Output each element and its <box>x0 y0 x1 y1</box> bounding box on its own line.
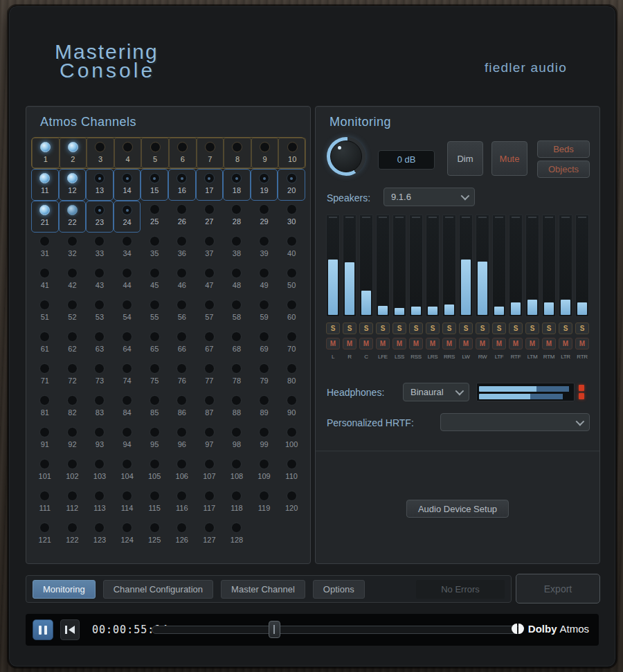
channel-20[interactable]: 20 <box>278 169 305 201</box>
channel-122[interactable]: 122 <box>59 519 87 551</box>
channel-55[interactable]: 55 <box>141 296 168 328</box>
channel-88[interactable]: 88 <box>223 392 251 424</box>
channel-107[interactable]: 107 <box>196 455 224 487</box>
mute-button-LTR[interactable]: M <box>559 338 572 349</box>
channel-1[interactable]: 1 <box>32 138 60 168</box>
channel-81[interactable]: 81 <box>31 392 59 424</box>
mute-button-C[interactable]: M <box>359 338 373 349</box>
tab-channel-configuration[interactable]: Channel Configuration <box>103 580 213 599</box>
channel-32[interactable]: 32 <box>59 233 87 264</box>
channel-18[interactable]: 18 <box>223 169 251 201</box>
mute-button-LSS[interactable]: M <box>392 338 406 349</box>
mute-button-RSS[interactable]: M <box>409 338 423 349</box>
mute-button-RTF[interactable]: M <box>509 338 523 349</box>
channel-48[interactable]: 48 <box>223 264 251 296</box>
channel-109[interactable]: 109 <box>251 455 278 487</box>
channel-94[interactable]: 94 <box>114 424 141 455</box>
channel-68[interactable]: 68 <box>223 328 251 360</box>
mute-button-LTM[interactable]: M <box>525 338 539 349</box>
solo-button-RTM[interactable]: S <box>542 323 556 334</box>
solo-button-LW[interactable]: S <box>459 323 473 334</box>
channel-102[interactable]: 102 <box>59 455 87 487</box>
channel-51[interactable]: 51 <box>31 296 59 328</box>
channel-38[interactable]: 38 <box>223 233 251 264</box>
channel-103[interactable]: 103 <box>86 455 114 487</box>
channel-100[interactable]: 100 <box>278 424 305 455</box>
channel-40[interactable]: 40 <box>278 233 305 264</box>
channel-8[interactable]: 8 <box>224 138 251 168</box>
channel-125[interactable]: 125 <box>141 519 168 551</box>
mute-button-LRS[interactable]: M <box>426 338 440 349</box>
channel-6[interactable]: 6 <box>169 138 197 168</box>
channel-78[interactable]: 78 <box>223 360 251 392</box>
channel-29[interactable]: 29 <box>251 201 278 233</box>
channel-75[interactable]: 75 <box>141 360 168 392</box>
tab-master-channel[interactable]: Master Channel <box>221 580 305 599</box>
channel-101[interactable]: 101 <box>31 455 59 487</box>
channel-104[interactable]: 104 <box>114 455 141 487</box>
solo-button-RRS[interactable]: S <box>442 323 456 334</box>
channel-117[interactable]: 117 <box>196 487 224 519</box>
tab-options[interactable]: Options <box>313 580 365 599</box>
channel-53[interactable]: 53 <box>86 296 114 328</box>
channel-115[interactable]: 115 <box>141 487 168 519</box>
channel-126[interactable]: 126 <box>168 519 196 551</box>
channel-63[interactable]: 63 <box>86 328 114 360</box>
solo-button-LFE[interactable]: S <box>376 323 390 334</box>
channel-77[interactable]: 77 <box>196 360 224 392</box>
channel-34[interactable]: 34 <box>114 233 141 264</box>
channel-7[interactable]: 7 <box>197 138 224 168</box>
objects-button[interactable]: Objects <box>537 161 590 178</box>
channel-25[interactable]: 25 <box>141 201 168 233</box>
channel-113[interactable]: 113 <box>86 487 114 519</box>
channel-123[interactable]: 123 <box>86 519 114 551</box>
channel-71[interactable]: 71 <box>31 360 59 392</box>
channel-61[interactable]: 61 <box>31 328 59 360</box>
channel-74[interactable]: 74 <box>114 360 141 392</box>
channel-95[interactable]: 95 <box>141 424 168 455</box>
channel-76[interactable]: 76 <box>168 360 196 392</box>
channel-3[interactable]: 3 <box>87 138 114 168</box>
channel-121[interactable]: 121 <box>31 519 59 551</box>
solo-button-RSS[interactable]: S <box>409 323 423 334</box>
export-button[interactable]: Export <box>516 574 600 603</box>
mute-button-RTM[interactable]: M <box>542 338 556 349</box>
skip-to-start-button[interactable] <box>60 619 80 640</box>
channel-11[interactable]: 11 <box>31 169 59 201</box>
channel-45[interactable]: 45 <box>141 264 168 296</box>
channel-57[interactable]: 57 <box>196 296 224 328</box>
channel-4[interactable]: 4 <box>114 138 142 168</box>
solo-button-RTF[interactable]: S <box>509 323 523 334</box>
mute-button-LFE[interactable]: M <box>376 338 390 349</box>
channel-119[interactable]: 119 <box>251 487 278 519</box>
solo-button-LTM[interactable]: S <box>525 323 539 334</box>
channel-96[interactable]: 96 <box>168 424 196 455</box>
tab-monitoring[interactable]: Monitoring <box>33 580 96 599</box>
solo-button-RW[interactable]: S <box>476 323 489 334</box>
channel-73[interactable]: 73 <box>86 360 114 392</box>
channel-84[interactable]: 84 <box>114 392 141 424</box>
channel-26[interactable]: 26 <box>168 201 196 233</box>
channel-65[interactable]: 65 <box>141 328 168 360</box>
solo-button-RTR[interactable]: S <box>575 323 589 334</box>
channel-33[interactable]: 33 <box>86 233 114 264</box>
channel-111[interactable]: 111 <box>31 487 59 519</box>
channel-50[interactable]: 50 <box>278 264 305 296</box>
channel-39[interactable]: 39 <box>251 233 278 264</box>
channel-82[interactable]: 82 <box>59 392 87 424</box>
solo-button-R[interactable]: S <box>343 323 356 334</box>
channel-116[interactable]: 116 <box>168 487 196 519</box>
channel-12[interactable]: 12 <box>59 169 87 201</box>
channel-64[interactable]: 64 <box>114 328 141 360</box>
mute-button-L[interactable]: M <box>326 338 340 349</box>
channel-90[interactable]: 90 <box>278 392 305 424</box>
channel-41[interactable]: 41 <box>31 264 59 296</box>
channel-21[interactable]: 21 <box>31 201 59 233</box>
channel-105[interactable]: 105 <box>141 455 168 487</box>
solo-button-LRS[interactable]: S <box>426 323 440 334</box>
channel-24[interactable]: 24 <box>114 201 141 233</box>
channel-44[interactable]: 44 <box>114 264 141 296</box>
solo-button-LTR[interactable]: S <box>559 323 572 334</box>
channel-87[interactable]: 87 <box>196 392 224 424</box>
channel-118[interactable]: 118 <box>223 487 251 519</box>
